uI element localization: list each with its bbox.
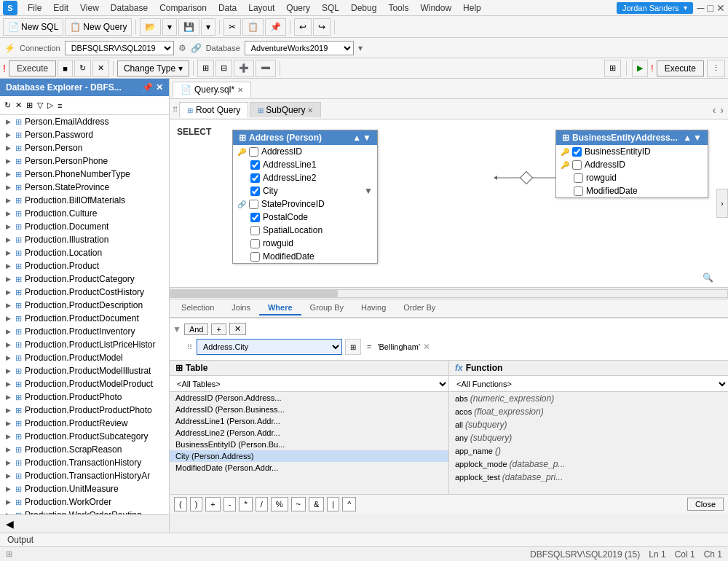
sidebar-item-person-phone[interactable]: ▶ ⊞ Person.PersonPhone [0, 154, 169, 168]
business-table-scroll-up[interactable]: ▲ [683, 133, 692, 143]
menu-comparison[interactable]: Comparison [154, 1, 213, 15]
cut-btn[interactable]: ✂ [223, 18, 241, 36]
op-divide[interactable]: / [256, 497, 268, 511]
connection-settings-icon[interactable]: ⚙ [178, 43, 186, 53]
copy-btn[interactable]: 📋 [242, 18, 264, 36]
open-btn[interactable]: 📂 [140, 18, 161, 36]
menu-query[interactable]: Query [280, 1, 316, 15]
sidebar-remove-btn[interactable]: ✕ [14, 99, 23, 111]
menu-tools[interactable]: Tools [382, 1, 414, 15]
sidebar-more-btn[interactable]: ≡ [56, 100, 63, 111]
menu-file[interactable]: File [22, 1, 47, 15]
function-list-item-applock-test[interactable]: applock_test (database_pri... [449, 471, 728, 484]
address-table-header[interactable]: ⊞ Address (Person) ▲ ▼ [233, 130, 377, 145]
field-spatial-location-check[interactable] [250, 226, 260, 235]
dropdown-btn2[interactable]: ▾ [201, 18, 215, 36]
output-section[interactable]: Output [0, 533, 728, 546]
menu-database[interactable]: Database [105, 1, 154, 15]
tab-order-by[interactable]: Order By [395, 301, 444, 315]
op-modulo[interactable]: % [271, 497, 288, 511]
tab-where[interactable]: Where [259, 301, 301, 315]
sidebar-item-transaction-history-arc[interactable]: ▶ ⊞ Production.TransactionHistoryAr [0, 469, 169, 482]
refresh-btn[interactable]: ↻ [74, 60, 91, 77]
remove-condition-btn[interactable]: ✕ [229, 323, 246, 335]
field-modified-date-be-check[interactable] [574, 187, 583, 196]
field-rowguid-addr-check[interactable] [250, 239, 260, 248]
tab-subquery[interactable]: ⊞ SubQuery ✕ [250, 102, 321, 117]
sidebar-item-phone-number-type[interactable]: ▶ ⊞ Person.PhoneNumberType [0, 168, 169, 181]
sidebar-item-product-review[interactable]: ▶ ⊞ Production.ProductReview [0, 417, 169, 430]
sidebar-refresh-btn[interactable]: ↻ [3, 99, 12, 111]
op-pipe[interactable]: | [327, 497, 339, 511]
field-state-province-id-check[interactable] [249, 200, 258, 209]
sidebar-item-location[interactable]: ▶ ⊞ Production.Location [0, 246, 169, 259]
sidebar-filter-btn[interactable]: ▽ [36, 99, 44, 111]
sidebar-item-product[interactable]: ▶ ⊞ Production.Product [0, 259, 169, 272]
field-state-province-id[interactable]: 🔗 StateProvinceID [233, 197, 377, 211]
grid-btn2[interactable]: ⊟ [215, 60, 232, 77]
database-select[interactable]: AdventureWorks2019 [245, 41, 354, 55]
sidebar-item-product-model[interactable]: ▶ ⊞ Production.ProductModel [0, 351, 169, 364]
field-modified-date-addr-check[interactable] [250, 252, 260, 262]
sidebar-filter2-btn[interactable]: ▷ [46, 99, 55, 111]
sidebar-item-document[interactable]: ▶ ⊞ Production.Document [0, 220, 169, 233]
and-button[interactable]: And [184, 323, 209, 335]
op-close-paren[interactable]: ) [190, 497, 203, 511]
sidebar-item-password[interactable]: ▶ ⊞ Person.Password [0, 128, 169, 141]
menu-sql[interactable]: SQL [316, 1, 345, 15]
function-list-item-applock-mode[interactable]: applock_mode (database_p... [449, 458, 728, 471]
sidebar-item-illustration[interactable]: ▶ ⊞ Production.Illustration [0, 233, 169, 246]
where-field-calc-btn[interactable]: ⊞ [345, 339, 361, 355]
query-file-tab-sql[interactable]: 📄 Query.sql* ✕ [173, 82, 251, 98]
table-filter-select[interactable]: <All Tables> [170, 376, 448, 392]
menu-window[interactable]: Window [414, 1, 457, 15]
field-spatial-location[interactable]: SpatialLocation [233, 224, 377, 237]
sidebar-grid-btn[interactable]: ⊞ [25, 99, 34, 111]
menu-debug[interactable]: Debug [345, 1, 382, 15]
sidebar-item-product-cost-history[interactable]: ▶ ⊞ Production.ProductCostHistory [0, 286, 169, 299]
close-btn-window[interactable]: ✕ [716, 2, 725, 14]
op-minus[interactable]: - [223, 497, 237, 511]
play-btn[interactable]: ▶ [632, 60, 648, 77]
menu-layout[interactable]: Layout [242, 1, 280, 15]
more-btn[interactable]: ⋮ [707, 60, 725, 77]
sidebar-close-icon[interactable]: ✕ [156, 82, 163, 93]
remove-table-btn[interactable]: ➖ [256, 60, 276, 77]
tab-nav-right[interactable]: › [719, 104, 725, 116]
paste-btn[interactable]: 📌 [265, 18, 286, 36]
sidebar-item-unit-measure[interactable]: ▶ ⊞ Production.UnitMeasure [0, 482, 169, 495]
menu-edit[interactable]: Edit [47, 1, 74, 15]
business-table-scroll-down[interactable]: ▼ [693, 133, 702, 143]
op-ampersand[interactable]: & [309, 497, 324, 511]
function-list-item-all[interactable]: all (subquery) [449, 418, 728, 431]
database-refresh-icon[interactable]: ▾ [358, 43, 363, 53]
connection-select[interactable]: DBFSQLSRV\SQL2019 [65, 41, 174, 55]
tab-joins[interactable]: Joins [223, 301, 259, 315]
table-list-item[interactable]: BusinessEntityID (Person.Bu... [170, 439, 448, 450]
field-city[interactable]: City ▼ [233, 184, 377, 197]
field-rowguid-be[interactable]: rowguid [556, 171, 708, 184]
field-business-entity-id[interactable]: 🔑 BusinessEntityID [556, 145, 708, 158]
menu-view[interactable]: View [74, 1, 105, 15]
sidebar-item-work-order-routing[interactable]: ▶ ⊞ Production.WorkOrderRouting [0, 509, 169, 514]
sidebar-item-product-model-illust[interactable]: ▶ ⊞ Production.ProductModelIllustrat [0, 364, 169, 377]
address-table-scroll-up[interactable]: ▲ [352, 133, 361, 143]
sidebar-item-work-order[interactable]: ▶ ⊞ Production.WorkOrder [0, 495, 169, 509]
field-modified-date-be[interactable]: ModifiedDate [556, 184, 708, 197]
function-list-item-acos[interactable]: acos (float_expression) [449, 405, 728, 418]
field-address-id-be-check[interactable] [572, 160, 582, 170]
sidebar-expand-btn[interactable]: ◀ [4, 517, 15, 531]
op-plus[interactable]: + [205, 497, 220, 511]
sidebar-item-product-category[interactable]: ▶ ⊞ Production.ProductCategory [0, 272, 169, 286]
maximize-btn[interactable]: □ [708, 2, 713, 14]
field-address-line2-check[interactable] [250, 173, 260, 183]
function-list-item-abs[interactable]: abs (numeric_expression) [449, 392, 728, 405]
function-list-item-any[interactable]: any (subquery) [449, 431, 728, 444]
tab-having[interactable]: Having [352, 301, 395, 315]
sidebar-item-product-inventory[interactable]: ▶ ⊞ Production.ProductInventory [0, 325, 169, 338]
table-list-item[interactable]: ModifiedDate (Person.Addr... [170, 462, 448, 474]
add-table-btn[interactable]: ➕ [234, 60, 254, 77]
undo-btn[interactable]: ↩ [294, 18, 312, 36]
execute-button[interactable]: Execute [9, 60, 56, 76]
field-city-check[interactable] [250, 187, 260, 196]
